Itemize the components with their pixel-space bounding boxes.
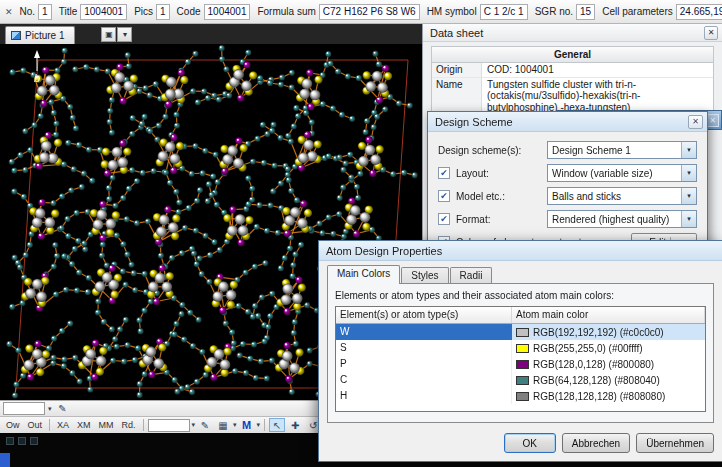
table-header: Element(s) or atom type(s) Atom main col… [336,307,705,324]
main-colors-tabpage: Elements or atom types and their associa… [327,283,714,423]
toolbar-button-mm[interactable]: MM [96,419,117,431]
field-value[interactable]: 1004001 [80,4,127,20]
model-row: ✔ Model etc.: Balls and sticks ▾ [428,186,707,206]
move-icon[interactable]: ✚ [287,418,303,432]
pencil-icon[interactable]: ✎ [55,402,71,416]
chevron-down-icon[interactable]: ▾ [48,405,52,413]
design-scheme-titlebar[interactable]: Design Scheme ✕ [428,112,707,132]
field-value[interactable]: 24.665,19.862,20.136,90.00,103.32,90.00 [676,4,722,20]
atom-group-select[interactable] [148,419,190,432]
atom-colors-table: Element(s) or atom type(s) Atom main col… [335,306,706,412]
table-row: Name Tungsten sulfide cluster with tri-n… [432,78,713,115]
atom-design-properties-dialog: Atom Design Properties Main Colors Style… [318,240,722,462]
color-value: RGB(128,128,128) (#808080) [533,391,665,402]
table-row[interactable]: P RGB(128,0,128) (#800080) [336,356,705,372]
column-header-color[interactable]: Atom main color [512,307,705,323]
table-icon[interactable]: ▦ [215,418,231,432]
close-document-icon[interactable]: ✕ [5,7,13,17]
color-swatch [516,328,529,337]
column-header-element[interactable]: Element(s) or atom type(s) [336,307,512,323]
chevron-down-icon[interactable]: ▾ [233,421,237,429]
field-label: HM symbol [427,6,477,17]
field-label: Formula sum [257,6,315,17]
document-toolbar: ✕ No. 1 Title 1004001 Pics 1 Code 100400… [0,0,722,24]
tab-styles[interactable]: Styles [401,267,448,284]
row-value: COD: 1004001 [482,63,713,77]
format-select[interactable]: Rendered (highest quality) ▾ [547,210,697,228]
design-scheme-row: Design scheme(s): Design Scheme 1 ▾ [428,140,707,160]
row-label: Origin [432,63,482,77]
data-sheet-table: General Origin COD: 1004001 Name Tungste… [431,46,714,115]
tab-label: Picture 1 [25,30,64,41]
field-value[interactable]: 15 [576,4,595,20]
row-label: Name [432,78,482,115]
measure-icon[interactable]: M [239,418,255,432]
toolbar-button-xa[interactable]: XA [54,419,72,431]
chevron-down-icon[interactable]: ▾ [681,165,696,181]
table-row[interactable]: S RGB(255,255,0) (#00ffff) [336,340,705,356]
field-code: Code 1004001 [177,4,251,20]
field-hm-symbol: HM symbol C 1 2/c 1 [427,4,528,20]
layout-checkbox[interactable]: ✔ [438,167,450,179]
color-swatch [516,360,529,369]
axis-arrow-icon [32,50,42,72]
separator [49,419,50,431]
panel-title: Data sheet [430,27,483,39]
ok-button[interactable]: OK [504,433,556,453]
style-select[interactable] [3,402,45,415]
table-row[interactable]: H RGB(128,128,128) (#808080) [336,388,705,404]
table-row[interactable]: W RGB(192,192,192) (#c0c0c0) [336,324,705,340]
field-value[interactable]: C 1 2/c 1 [480,4,528,20]
separator [264,419,265,431]
pencil-icon[interactable]: ✎ [197,418,213,432]
tab-radii[interactable]: Radii [450,267,493,284]
atom-design-titlebar[interactable]: Atom Design Properties [319,241,722,261]
field-value[interactable]: 1 [38,4,52,20]
chevron-down-icon[interactable]: ▾ [681,211,696,227]
tabpage-description: Elements or atom types and their associa… [335,290,706,301]
chevron-down-icon[interactable]: ▾ [681,142,696,158]
dialog-buttons: OK Abbrechen Übernehmen [319,433,714,453]
tab-main-colors[interactable]: Main Colors [327,265,400,284]
table-row[interactable]: C RGB(64,128,128) (#808040) [336,372,705,388]
close-icon[interactable]: ✕ [688,115,703,129]
field-sgr-no: SGR no. 15 [535,4,595,20]
field-value[interactable]: 1004001 [204,4,251,20]
section-header: General [432,47,713,63]
color-value: RGB(192,192,192) (#c0c0c0) [533,327,664,338]
element-cell: H [336,388,512,404]
layout-select[interactable]: Window (variable size) ▾ [547,164,697,182]
layout-row: ✔ Layout: Window (variable size) ▾ [428,163,707,183]
toolbar-button-xm[interactable]: XM [74,419,94,431]
design-scheme-select[interactable]: Design Scheme 1 ▾ [547,141,697,159]
chevron-down-icon[interactable]: ▾ [192,421,196,429]
toolbar-button-ow[interactable]: Ow [3,419,23,431]
application-window: ✕ No. 1 Title 1004001 Pics 1 Code 100400… [0,0,722,467]
model-select[interactable]: Balls and sticks ▾ [547,187,697,205]
format-checkbox[interactable]: ✔ [438,213,450,225]
chevron-down-icon[interactable]: ▾ [257,421,261,429]
field-formula-sum: Formula sum C72 H162 P6 S8 W6 [257,4,419,20]
field-label: Title [59,6,78,17]
field-label: Code [177,6,201,17]
close-icon[interactable]: ✕ [704,26,718,40]
chevron-down-icon[interactable]: ▾ [681,188,696,204]
field-value[interactable]: C72 H162 P6 S8 W6 [319,4,420,20]
pointer-icon[interactable]: ↖ [269,418,285,432]
new-picture-button[interactable]: ▣ [101,27,116,42]
model-checkbox[interactable]: ✔ [438,190,450,202]
cancel-button[interactable]: Abbrechen [562,433,630,453]
field-value[interactable]: 1 [156,4,170,20]
taskbar-fragment [0,453,10,467]
tab-picture-1[interactable]: Picture 1 [5,26,75,44]
row-value: Tungsten sulfide cluster with tri-n- (oc… [482,78,713,115]
picture-list-dropdown[interactable]: ▾ [117,27,132,42]
toolbar-button-out[interactable]: Out [25,419,46,431]
apply-button[interactable]: Übernehmen [636,433,714,453]
layout-label: Layout: [456,168,489,179]
toolbar-button-rd[interactable]: Rd. [119,419,139,431]
data-sheet-titlebar[interactable]: Data sheet ✕ [423,24,722,42]
element-cell: P [336,356,512,372]
color-swatch [516,344,529,353]
color-value: RGB(64,128,128) (#808040) [533,375,660,386]
